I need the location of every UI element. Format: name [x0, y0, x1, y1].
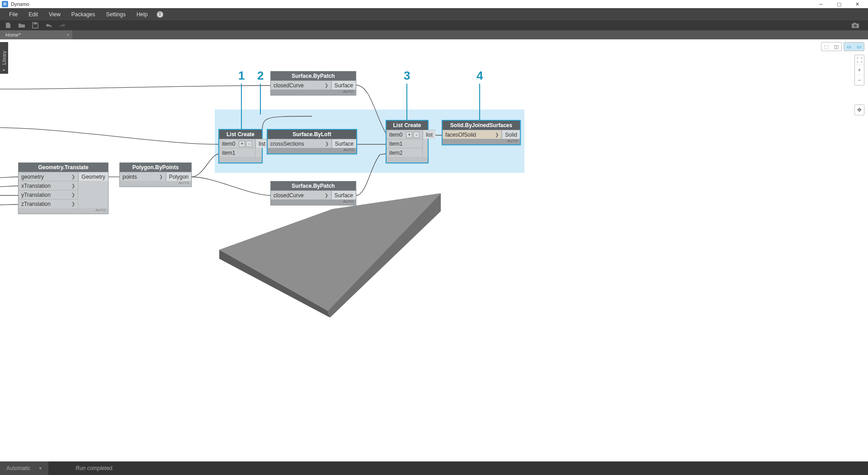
node-polygon-bypoints[interactable]: Polygon.ByPoints points❯ Polygon AUTO — [119, 162, 192, 187]
node-title: Solid.ByJoinedSurfaces — [443, 121, 520, 130]
chevron-right-icon: ❯ — [321, 193, 328, 198]
lacing-label: AUTO — [268, 148, 356, 153]
node-title: List Create — [219, 130, 262, 139]
svg-rect-0 — [34, 23, 37, 24]
port-out[interactable]: Surface — [331, 81, 356, 90]
graph-canvas[interactable]: 1 2 3 4 Geometry.Translate geometry❯ xTr… — [0, 39, 868, 461]
app-logo: R — [2, 1, 8, 7]
chevron-right-icon: ❯ — [68, 201, 75, 206]
node-solid-byjoinedsurfaces[interactable]: Solid.ByJoinedSurfaces facesOfSolid❯ Sol… — [442, 120, 521, 145]
chevron-right-icon: ❯ — [68, 174, 75, 179]
chevron-right-icon: ❯ — [156, 174, 163, 179]
redo-icon[interactable] — [58, 22, 67, 29]
port-out[interactable]: list — [423, 130, 435, 139]
node-surface-bypatch-top[interactable]: Surface.ByPatch closedCurve❯ Surface AUT… — [270, 71, 356, 95]
node-list-create-1[interactable]: List Create item0 + - item1 list — [218, 129, 263, 163]
port-in[interactable]: geometry❯ — [19, 172, 78, 181]
lacing-label: AUTO — [443, 139, 520, 144]
remove-item-button[interactable]: - — [413, 132, 420, 138]
lacing-label: AUTO — [271, 200, 356, 205]
minimize-button[interactable]: ─ — [812, 0, 830, 8]
lacing-label: AUTO — [120, 181, 191, 186]
chevron-right-icon: ❯ — [491, 132, 499, 137]
tab-home[interactable]: Home* × — [0, 30, 72, 39]
node-footer — [387, 157, 428, 162]
window-title: Dynamo — [11, 1, 812, 7]
menu-settings[interactable]: Settings — [101, 10, 131, 19]
port-in[interactable]: yTranslation❯ — [19, 190, 78, 199]
workspace[interactable]: Library ▸ ⬚ ◫ ▭ ▭ ⛶ + − ✥ — [0, 39, 868, 461]
port-out[interactable]: Geometry — [78, 172, 108, 181]
notification-icon[interactable]: ! — [157, 11, 163, 18]
node-footer — [219, 157, 262, 162]
node-title: Surface.ByPatch — [271, 71, 356, 81]
status-message: Run completed. — [75, 465, 113, 471]
maximize-button[interactable]: ▢ — [830, 0, 848, 8]
chevron-right-icon: ❯ — [321, 83, 328, 88]
node-title: Polygon.ByPoints — [120, 163, 191, 172]
port-in[interactable]: item0 + - — [219, 139, 255, 148]
add-item-button[interactable]: + — [406, 132, 412, 138]
port-out[interactable]: list — [255, 139, 268, 148]
node-title: Geometry.Translate — [19, 163, 108, 172]
port-in[interactable]: xTranslation❯ — [19, 181, 78, 190]
callout-1: 1 — [238, 69, 245, 133]
menu-edit[interactable]: Edit — [23, 10, 43, 19]
add-item-button[interactable]: + — [239, 141, 245, 147]
port-in[interactable]: zTranslation❯ — [19, 199, 78, 208]
new-file-icon[interactable] — [4, 22, 13, 29]
port-in[interactable]: crossSections❯ — [268, 139, 332, 148]
menu-view[interactable]: View — [43, 10, 66, 19]
node-list-create-2[interactable]: List Create item0 + - item1 item2 list — [386, 120, 429, 163]
chevron-right-icon: ❯ — [68, 183, 75, 188]
run-mode-label: Automatic — [6, 465, 30, 471]
caret-down-icon: ▼ — [38, 466, 42, 470]
camera-icon[interactable] — [851, 22, 860, 29]
port-in[interactable]: item1 — [387, 139, 423, 148]
port-in[interactable]: closedCurve❯ — [271, 190, 331, 200]
port-in[interactable]: item0 + - — [387, 130, 423, 139]
lacing-label: AUTO — [271, 90, 356, 95]
window-titlebar: R Dynamo ─ ▢ ✕ — [0, 0, 868, 8]
menu-help[interactable]: Help — [131, 10, 153, 19]
node-title: Surface.ByPatch — [271, 181, 356, 190]
node-title: List Create — [387, 121, 428, 130]
port-in[interactable]: points❯ — [120, 172, 166, 181]
port-out[interactable]: Solid — [502, 130, 520, 139]
port-in[interactable]: item2 — [387, 148, 423, 157]
port-in[interactable]: item1 — [219, 148, 255, 157]
callout-2: 2 — [257, 69, 264, 114]
menu-packages[interactable]: Packages — [66, 10, 101, 19]
svg-marker-4 — [219, 193, 441, 311]
port-in[interactable]: closedCurve❯ — [271, 81, 331, 90]
port-out[interactable]: Surface — [331, 190, 356, 200]
tab-label: Home* — [5, 32, 21, 38]
open-file-icon[interactable] — [17, 22, 26, 29]
run-mode-selector[interactable]: Automatic ▼ — [0, 461, 48, 475]
port-out[interactable]: Polygon — [166, 172, 191, 181]
undo-icon[interactable] — [44, 22, 53, 29]
close-button[interactable]: ✕ — [848, 0, 866, 8]
node-surface-byloft[interactable]: Surface.ByLoft crossSections❯ Surface AU… — [267, 129, 357, 154]
chevron-right-icon: ❯ — [321, 141, 329, 146]
document-tabs: Home* × — [0, 30, 868, 39]
close-tab-icon[interactable]: × — [67, 32, 70, 38]
node-geometry-translate[interactable]: Geometry.Translate geometry❯ xTranslatio… — [18, 162, 108, 214]
chevron-right-icon: ❯ — [68, 192, 75, 197]
port-out[interactable]: Surface — [332, 139, 356, 148]
lacing-label: AUTO — [19, 208, 108, 214]
svg-point-2 — [854, 24, 857, 27]
node-surface-bypatch-bottom[interactable]: Surface.ByPatch closedCurve❯ Surface AUT… — [270, 181, 356, 205]
svg-rect-3 — [854, 23, 856, 24]
toolbar — [0, 20, 868, 30]
remove-item-button[interactable]: - — [246, 141, 252, 147]
port-in[interactable]: facesOfSolid❯ — [443, 130, 502, 139]
node-title: Surface.ByLoft — [268, 130, 356, 139]
status-bar: Automatic ▼ Run completed. — [0, 461, 868, 475]
menu-file[interactable]: File — [4, 10, 23, 19]
save-icon[interactable] — [31, 22, 40, 29]
menu-bar: File Edit View Packages Settings Help ! — [0, 8, 868, 20]
